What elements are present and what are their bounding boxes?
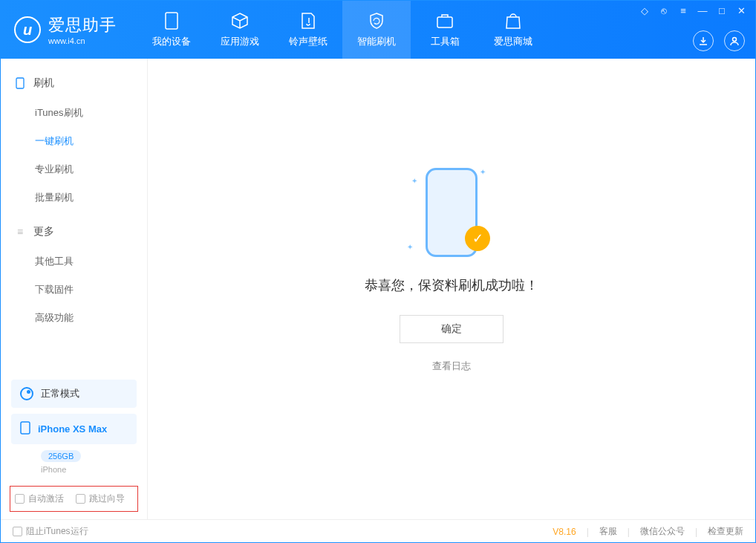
list-icon: ≡	[14, 226, 26, 238]
app-name: 爱思助手	[48, 14, 117, 36]
shield-refresh-icon	[367, 11, 386, 30]
skip-guide-checkbox[interactable]: 跳过向导	[76, 492, 125, 505]
maximize-icon[interactable]: □	[715, 5, 729, 16]
tab-label: 工具箱	[431, 35, 460, 48]
footer: 阻止iTunes运行 V8.16 | 客服 | 微信公众号 | 检查更新	[1, 519, 755, 543]
sparkle-icon: ✦	[407, 243, 413, 251]
device-icon	[20, 421, 30, 437]
tab-label: 应用游戏	[221, 35, 259, 48]
sidebar-item-batch-flash[interactable]: 批量刷机	[1, 183, 147, 212]
tab-label: 铃声壁纸	[289, 35, 328, 48]
main-content: ✦ ✦ ✦ ✓ 恭喜您，保资料刷机成功啦！ 确定 查看日志	[148, 59, 755, 519]
sidebar-item-itunes-flash[interactable]: iTunes刷机	[1, 99, 147, 127]
sidebar-item-pro-flash[interactable]: 专业刷机	[1, 155, 147, 183]
phone-outline-icon	[14, 77, 26, 89]
user-button[interactable]	[724, 30, 745, 51]
sidebar-group-label: 刷机	[33, 77, 54, 90]
tab-ringtones[interactable]: 铃声壁纸	[274, 1, 342, 59]
minimize-icon[interactable]: —	[696, 5, 709, 16]
wechat-link[interactable]: 微信公众号	[640, 525, 685, 538]
main-tabs: 我的设备 应用游戏 铃声壁纸 智能刷机 工具箱 爱思商城	[137, 1, 547, 59]
app-url: www.i4.cn	[48, 36, 117, 45]
sidebar-group-flash: 刷机	[1, 72, 147, 99]
music-file-icon	[299, 11, 318, 30]
sparkle-icon: ✦	[411, 177, 417, 185]
shirt-icon[interactable]: ◇	[638, 5, 651, 16]
svg-rect-1	[437, 17, 452, 27]
sidebar-item-oneclick-flash[interactable]: 一键刷机	[1, 127, 147, 155]
success-message: 恭喜您，保资料刷机成功啦！	[365, 276, 538, 294]
tab-flash[interactable]: 智能刷机	[342, 1, 411, 59]
flash-options: 自动激活 跳过向导	[10, 486, 138, 512]
logo: u 爱思助手 www.i4.cn	[14, 14, 117, 45]
lock-icon[interactable]: ⎋	[657, 5, 671, 16]
storage-badge: 256GB	[41, 450, 81, 462]
close-icon[interactable]: ✕	[734, 5, 748, 16]
auto-activate-checkbox[interactable]: 自动激活	[15, 492, 64, 505]
window-controls: ◇ ⎋ ≡ — □ ✕	[638, 5, 748, 16]
mode-icon	[20, 387, 33, 400]
tab-label: 爱思商城	[494, 35, 532, 48]
block-itunes-checkbox[interactable]: 阻止iTunes运行	[13, 525, 88, 538]
header-actions	[693, 30, 745, 51]
svg-rect-4	[21, 422, 30, 434]
tab-label: 我的设备	[152, 35, 191, 48]
sidebar-group-label: 更多	[33, 225, 54, 238]
sidebar-item-advanced[interactable]: 高级功能	[1, 304, 147, 332]
tab-label: 智能刷机	[357, 35, 396, 48]
tab-store[interactable]: 爱思商城	[479, 1, 547, 59]
logo-icon: u	[14, 16, 41, 43]
sidebar-group-more: ≡ 更多	[1, 221, 147, 247]
sidebar-item-other-tools[interactable]: 其他工具	[1, 247, 147, 276]
svg-rect-3	[16, 78, 24, 88]
support-link[interactable]: 客服	[599, 525, 617, 538]
success-illustration: ✦ ✦ ✦ ✓	[400, 160, 504, 264]
check-update-link[interactable]: 检查更新	[708, 525, 743, 538]
svg-point-2	[733, 38, 737, 42]
version-label: V8.16	[553, 527, 576, 537]
ok-button[interactable]: 确定	[400, 315, 504, 343]
sidebar: 刷机 iTunes刷机 一键刷机 专业刷机 批量刷机 ≡ 更多 其他工具 下载固…	[1, 59, 148, 519]
download-button[interactable]	[693, 30, 714, 51]
phone-icon	[162, 11, 181, 30]
menu-icon[interactable]: ≡	[677, 5, 690, 16]
header: u 爱思助手 www.i4.cn 我的设备 应用游戏 铃声壁纸 智能刷机 工具箱	[1, 1, 755, 59]
checkmark-badge-icon: ✓	[465, 226, 490, 251]
device-type: iPhone	[11, 465, 137, 474]
tab-my-device[interactable]: 我的设备	[137, 1, 206, 59]
briefcase-icon	[435, 11, 454, 30]
view-log-link[interactable]: 查看日志	[432, 360, 471, 373]
device-card[interactable]: iPhone XS Max	[11, 414, 137, 444]
svg-rect-0	[166, 13, 177, 29]
bag-icon	[504, 11, 523, 30]
tab-apps[interactable]: 应用游戏	[206, 1, 274, 59]
sidebar-item-download-fw[interactable]: 下载固件	[1, 276, 147, 304]
device-mode-label: 正常模式	[41, 387, 79, 400]
sparkle-icon: ✦	[480, 168, 486, 176]
device-name: iPhone XS Max	[38, 423, 107, 435]
cube-icon	[230, 11, 250, 30]
tab-toolbox[interactable]: 工具箱	[411, 1, 479, 59]
device-mode[interactable]: 正常模式	[11, 380, 137, 408]
